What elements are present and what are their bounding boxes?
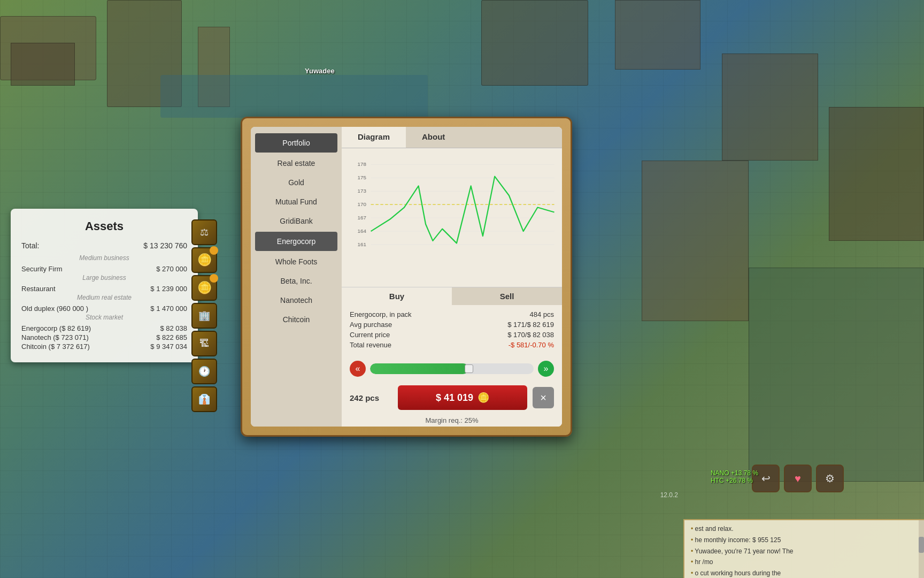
trade-tab-sell[interactable]: Sell (452, 287, 562, 305)
tie-icon: 👔 (198, 393, 210, 405)
coins2-badge (210, 274, 218, 283)
assets-total-value: $ 13 230 760 (143, 241, 187, 250)
city-block-2 (11, 43, 75, 86)
svg-text:173: 173 (358, 188, 367, 194)
coins2-icon: 🪙 (197, 281, 212, 295)
toolbar-btn-balance[interactable]: ⚖ (191, 219, 217, 245)
city-block-7 (722, 54, 818, 161)
city-block-snow (749, 268, 924, 482)
river (160, 75, 428, 118)
balance-icon: ⚖ (200, 226, 209, 238)
assets-panel: Assets Total: $ 13 230 760 Medium busine… (11, 209, 198, 362)
svg-text:175: 175 (358, 174, 367, 180)
nav-energocorp[interactable]: Energocorp (255, 232, 337, 251)
slider-container: « » (342, 356, 562, 381)
toolbar-btn-coins1[interactable]: 🪙 (191, 247, 217, 273)
building-icon: 🏢 (198, 310, 210, 322)
svg-text:167: 167 (358, 215, 366, 220)
nav-nanotech[interactable]: Nanotech (251, 291, 342, 310)
assets-total-label: Total: (21, 241, 39, 250)
nav-whole-foots[interactable]: Whole Foots (251, 252, 342, 271)
toolbar-btn-construction[interactable]: 🏗 (191, 331, 217, 356)
toolbar-btn-tie[interactable]: 👔 (191, 386, 217, 412)
log-scrollbar[interactable] (919, 519, 924, 578)
dialog-inner: Portfolio Real estate Gold Mutual Fund G… (251, 127, 562, 427)
nav-mutual-fund[interactable]: Mutual Fund (251, 192, 342, 211)
assets-total-row: Total: $ 13 230 760 (21, 241, 187, 250)
asset-energocorp: Energocorp ($ 82 619) $ 82 038 (21, 324, 187, 332)
hud-buttons: ↩ ♥ ⚙ (752, 465, 844, 492)
nav-sidebar: Portfolio Real estate Gold Mutual Fund G… (251, 127, 342, 427)
hud-heart-btn[interactable]: ♥ (784, 465, 812, 492)
log-scrollbar-thumb (919, 537, 924, 553)
character-label: Yuwadee (305, 67, 335, 75)
city-block-6 (615, 0, 700, 70)
tab-diagram[interactable]: Diagram (342, 127, 406, 148)
log-entry-1: • est and relax. (691, 524, 918, 534)
tab-bar: Diagram About (342, 127, 562, 148)
nav-portfolio[interactable]: Portfolio (255, 133, 337, 153)
trade-section: Buy Sell Energocorp, in pack 484 pcs Avg… (342, 287, 562, 427)
stock-ticker: NANO +13.78 % HTC +26.78 % (711, 469, 758, 484)
pcs-label: 242 pcs (350, 393, 392, 402)
construction-icon: 🏗 (199, 338, 209, 349)
side-toolbar: ⚖ 🪙 🪙 🏢 🏗 🕐 👔 (191, 219, 219, 412)
nav-gridibank[interactable]: GridiBank (251, 211, 342, 231)
slider-thumb (465, 364, 473, 373)
trade-row-current: Current price $ 170/$ 82 038 (350, 331, 554, 339)
svg-text:170: 170 (358, 201, 367, 207)
trade-info: Energocorp, in pack 484 pcs Avg purchase… (342, 305, 562, 356)
category-medium-business: Medium business (21, 254, 187, 262)
tab-about[interactable]: About (406, 127, 461, 148)
toolbar-btn-building[interactable]: 🏢 (191, 303, 217, 329)
trade-tabs: Buy Sell (342, 287, 562, 305)
coin-icon: 🪙 (478, 392, 489, 404)
asset-restaurant: Restaurant $ 1 239 000 (21, 285, 187, 293)
buy-price-label: $ 41 019 (436, 392, 473, 404)
close-button[interactable]: × (533, 387, 554, 408)
category-medium-real-estate: Medium real estate (21, 294, 187, 301)
svg-text:164: 164 (358, 228, 367, 234)
toolbar-btn-coins2[interactable]: 🪙 (191, 275, 217, 301)
trade-row-revenue: Total revenue -$ 581/-0.70 % (350, 341, 554, 349)
toolbar-btn-clock[interactable]: 🕐 (191, 359, 217, 384)
hud-settings-btn[interactable]: ⚙ (816, 465, 844, 492)
trade-row-pack: Energocorp, in pack 484 pcs (350, 310, 554, 318)
portfolio-dialog: Portfolio Real estate Gold Mutual Fund G… (241, 117, 572, 437)
slider-track[interactable] (370, 363, 534, 374)
log-panel: • est and relax. • he monthly income: $ … (683, 519, 924, 578)
trade-row-avg: Avg purchase $ 171/$ 82 619 (350, 321, 554, 329)
buy-price-button[interactable]: $ 41 019 🪙 (398, 385, 527, 410)
margin-req-label: Margin req.: 25% (342, 414, 562, 427)
ticker-nano: NANO +13.78 % (711, 469, 758, 477)
nav-chitcoin[interactable]: Chitcoin (251, 310, 342, 329)
heart-icon: ♥ (795, 473, 801, 485)
log-entry-3: • Yuwadee, you're 71 year now! The (691, 547, 918, 556)
log-entry-5: • o cut working hours during the (691, 569, 918, 578)
buy-bar: 242 pcs $ 41 019 🪙 × (342, 381, 562, 414)
slider-increase-btn[interactable]: » (538, 361, 554, 377)
assets-title: Assets (21, 219, 187, 233)
clock-icon: 🕐 (198, 366, 210, 377)
version-label: 12.0.2 (660, 491, 678, 499)
settings-icon: ⚙ (825, 472, 835, 485)
nav-gold[interactable]: Gold (251, 173, 342, 192)
city-block-8 (829, 107, 924, 241)
nav-beta-inc[interactable]: Beta, Inc. (251, 271, 342, 291)
ticker-htc: HTC +26.78 % (711, 477, 758, 484)
price-chart: 178 175 173 170 167 164 161 (347, 154, 557, 266)
back-icon: ↩ (761, 472, 771, 485)
coins1-badge (210, 246, 218, 255)
asset-nanotech: Nanotech ($ 723 071) $ 822 685 (21, 333, 187, 341)
coins-icon: 🪙 (197, 253, 212, 267)
trade-tab-buy[interactable]: Buy (342, 287, 452, 305)
log-entry-4: • hr /mo (691, 558, 918, 567)
asset-chitcoin: Chitcoin ($ 7 372 617) $ 9 347 034 (21, 343, 187, 351)
slider-decrease-btn[interactable]: « (350, 361, 366, 377)
city-block-5 (481, 0, 588, 86)
dialog-layout: Portfolio Real estate Gold Mutual Fund G… (251, 127, 562, 427)
asset-duplex: Old duplex (960 000 ) $ 1 470 000 (21, 305, 187, 313)
city-block-9 (642, 161, 749, 321)
nav-real-estate[interactable]: Real estate (251, 154, 342, 173)
slider-fill (370, 363, 468, 374)
